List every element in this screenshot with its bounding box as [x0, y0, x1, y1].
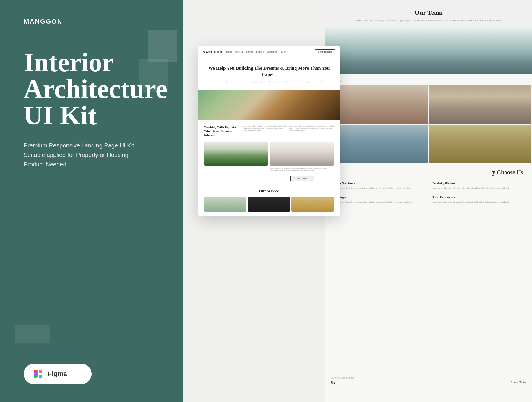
- our-team-title: Our Team: [334, 9, 523, 17]
- footer-area: ZueWor? Go to our Page Us Social Media: [331, 377, 526, 384]
- footer-bottom: Us Social Media: [331, 381, 526, 384]
- nav-page[interactable]: Page ▾: [280, 51, 286, 53]
- see-all-button[interactable]: See All Work: [290, 176, 314, 181]
- hero-section: We Help You Building The Dreams & Bring …: [198, 58, 340, 90]
- deco-rect-2: [139, 59, 168, 92]
- why-item-desc-3: Lorem ipsum dolor sit amet, consectetur …: [334, 201, 426, 204]
- hero-title: We Help You Building The Dreams & Bring …: [204, 65, 334, 78]
- office-photo: [325, 27, 532, 74]
- hero-desc: Lorem ipsum dolor sit amet, consectetur …: [204, 81, 334, 83]
- nav-contact[interactable]: Contact Us: [267, 51, 277, 53]
- why-item-desc-1: Lorem ipsum dolor sit amet, consectetur …: [334, 187, 426, 190]
- team-photos-grid: [325, 85, 532, 163]
- team-photo-2: [429, 85, 531, 124]
- far-right-panel: Our Team Lorem ipsum dolor sit amet, con…: [325, 0, 532, 402]
- team-photo-1: [326, 85, 428, 124]
- portfolio-images: Lorem ipsum dolor sit amet, consectetur …: [198, 142, 340, 184]
- portfolio-right-col: Lorem ipsum dolor sit amet, consectetur …: [270, 142, 334, 181]
- why-item-title-4: Good Experience: [432, 196, 523, 199]
- working-lorem-1: Lorem ipsum dolor sit amet, consectetur …: [243, 125, 286, 137]
- team-photo-3: [326, 125, 428, 163]
- why-item-4: Good Experience Lorem ipsum dolor sit am…: [429, 193, 526, 207]
- brand-name: MANGGON: [24, 18, 160, 25]
- why-item-1: reate Solutions Lorem ipsum dolor sit am…: [331, 179, 429, 193]
- figma-badge: Figma: [24, 364, 92, 384]
- our-team-desc: Lorem ipsum dolor sit amet, consectetur …: [334, 19, 523, 22]
- why-item-desc-2: Lorem ipsum dolor sit amet, consectetur …: [432, 187, 523, 190]
- subtitle: Premium Responsive Landing Page UI Kit. …: [24, 141, 160, 169]
- portfolio-desc: Lorem ipsum dolor sit amet, consectetur …: [270, 167, 334, 172]
- why-item-title-1: reate Solutions: [334, 182, 426, 185]
- why-choose-header: y Choose Us: [325, 163, 532, 179]
- dining-image: [270, 142, 334, 166]
- deco-rect-1: [148, 30, 177, 62]
- us-label: Us: [331, 381, 335, 384]
- svg-rect-4: [34, 372, 38, 376]
- sofa-room-img: [198, 90, 340, 120]
- nav-portfolio[interactable]: Portfolio: [256, 51, 264, 53]
- figma-label: Figma: [48, 370, 67, 378]
- service-title: Our Service: [204, 189, 334, 193]
- nav-service[interactable]: Service: [246, 51, 253, 53]
- working-lorem-2: Lorem ipsum dolor sit amet, consectetur …: [289, 125, 334, 137]
- plant-image: [204, 142, 268, 166]
- nav-brand: MANGGON: [203, 50, 222, 54]
- working-texts: Lorem ipsum dolor sit amet, consectetur …: [243, 125, 334, 137]
- team-photo-4: [429, 125, 531, 163]
- our-team-header: Our Team Lorem ipsum dolor sit amet, con…: [325, 0, 532, 27]
- person-label: son: [325, 74, 532, 85]
- svg-rect-1: [39, 370, 42, 373]
- nav-cta-button[interactable]: Getting Started: [315, 49, 335, 54]
- figma-question: ZueWor? Go to our Page: [331, 377, 526, 379]
- service-img-1: [204, 197, 246, 212]
- office-interior-img: [325, 27, 532, 74]
- service-images: [204, 197, 334, 212]
- hero-room-image: [198, 90, 340, 120]
- nav-links: Home About Us Service Portfolio Contact …: [226, 51, 311, 53]
- figma-icon: [33, 368, 44, 380]
- working-section: Working With Experts Who Have Common Int…: [198, 120, 340, 142]
- service-img-2: [248, 197, 290, 212]
- service-img-3: [291, 197, 334, 212]
- working-title: Working With Experts Who Have Common Int…: [204, 125, 239, 137]
- why-grid: reate Solutions Lorem ipsum dolor sit am…: [325, 179, 532, 207]
- service-section: Our Service: [198, 184, 340, 216]
- deco-rect-3: [15, 325, 50, 343]
- why-item-title-3: t Design: [334, 196, 426, 199]
- social-media-label: Social Media: [511, 381, 526, 384]
- nav-bar: MANGGON Home About Us Service Portfolio …: [198, 46, 340, 58]
- svg-point-3: [39, 375, 42, 378]
- nav-home[interactable]: Home: [226, 51, 232, 53]
- left-panel: MANGGON Interior Architecture UI Kit Pre…: [0, 0, 183, 402]
- why-item-3: t Design Lorem ipsum dolor sit amet, con…: [331, 193, 429, 207]
- browser-mockup: MANGGON Home About Us Service Portfolio …: [198, 46, 340, 216]
- nav-about[interactable]: About Us: [235, 51, 243, 53]
- why-item-desc-4: Lorem ipsum dolor sit amet, consectetur …: [432, 201, 523, 204]
- why-item-title-2: Carefully Planned: [432, 182, 523, 185]
- why-item-2: Carefully Planned Lorem ipsum dolor sit …: [429, 179, 526, 193]
